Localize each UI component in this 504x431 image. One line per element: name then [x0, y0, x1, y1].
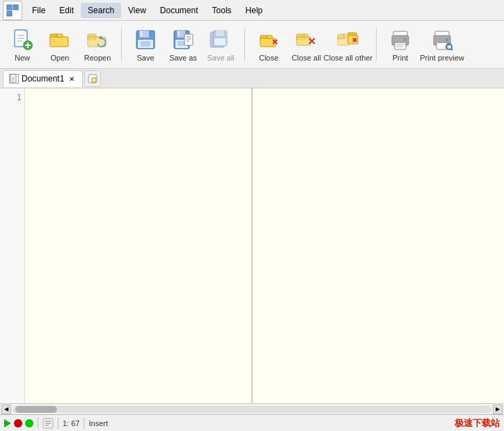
svg-rect-36: [214, 38, 226, 45]
toolbar-group-file: New Open Reopen: [4, 24, 116, 65]
toolbar-group-save: Save Save as: [127, 24, 239, 65]
status-sep-3: [84, 418, 84, 429]
tab-document1[interactable]: Document1 ✕: [3, 70, 83, 87]
macro-icon: [42, 418, 54, 429]
close-all-other-button[interactable]: Close all other: [326, 24, 370, 65]
reopen-button[interactable]: Reopen: [79, 24, 116, 65]
status-sep-1: [38, 418, 38, 429]
status-controls: [4, 419, 33, 428]
svg-rect-20: [141, 31, 143, 36]
svg-rect-27: [178, 41, 185, 46]
svg-point-57: [404, 38, 407, 41]
open-button[interactable]: Open: [42, 24, 78, 65]
svg-rect-22: [141, 41, 150, 47]
tab-bar: Document1 ✕: [0, 69, 504, 88]
print-preview-button[interactable]: Print preview: [420, 24, 464, 65]
app-icon: [3, 1, 22, 20]
svg-rect-51: [348, 36, 358, 44]
svg-rect-28: [184, 34, 193, 45]
new-button[interactable]: New: [4, 24, 40, 65]
svg-rect-49: [343, 34, 347, 36]
svg-rect-35: [216, 31, 224, 36]
svg-rect-56: [395, 42, 406, 49]
line-number-1: 1: [3, 93, 22, 102]
cursor-position: 1: 67: [63, 419, 79, 428]
svg-line-65: [451, 49, 452, 50]
menu-bar: File Edit Search View Document Tools Hel…: [0, 0, 504, 21]
toolbar-group-close: Close Close all: [251, 24, 370, 65]
svg-rect-25: [178, 31, 180, 36]
editor-text[interactable]: [25, 88, 251, 403]
toolbar-group-print: Print Print preview: [382, 24, 464, 65]
status-bar: 1: 67 Insert 极速下载站: [0, 414, 504, 431]
editor-container: 1: [0, 88, 504, 403]
menu-document[interactable]: Document: [153, 3, 205, 18]
toolbar-sep-3: [376, 28, 377, 61]
svg-rect-13: [50, 37, 68, 47]
svg-rect-2: [7, 11, 12, 16]
scroll-right-button[interactable]: ▶: [493, 405, 503, 414]
print-button[interactable]: Print: [382, 24, 418, 65]
svg-rect-1: [13, 5, 18, 10]
line-numbers: 1: [0, 88, 25, 403]
close-all-button[interactable]: Close all: [288, 24, 324, 65]
menu-help[interactable]: Help: [239, 3, 270, 18]
menu-tools[interactable]: Tools: [205, 3, 239, 18]
svg-rect-43: [297, 37, 310, 45]
editor-mode: Insert: [88, 419, 108, 428]
svg-rect-44: [304, 34, 308, 37]
svg-point-63: [446, 38, 448, 41]
toolbar: New Open Reopen: [0, 21, 504, 69]
tab-label: Document1: [22, 74, 64, 84]
document-icon: [9, 74, 19, 84]
stop-button[interactable]: [14, 419, 22, 428]
tab-close-button[interactable]: ✕: [67, 74, 77, 84]
svg-rect-24: [177, 31, 185, 38]
close-button[interactable]: Close: [251, 24, 287, 65]
h-scrollbar: ◀ ▶: [0, 403, 504, 414]
scroll-track[interactable]: [13, 406, 491, 413]
svg-rect-39: [267, 36, 272, 38]
scroll-thumb[interactable]: [15, 406, 57, 413]
watermark: 极速下载站: [455, 417, 500, 430]
menu-file[interactable]: File: [25, 3, 52, 18]
save-button[interactable]: Save: [127, 24, 164, 65]
svg-rect-14: [57, 34, 63, 37]
status-sep-2: [58, 418, 58, 429]
go-button[interactable]: [25, 419, 33, 428]
svg-rect-0: [7, 5, 12, 10]
play-button[interactable]: [4, 419, 11, 428]
editor-pane-right[interactable]: [252, 88, 504, 403]
new-tab-button[interactable]: [84, 70, 101, 87]
menu-items: File Edit Search View Document Tools Hel…: [25, 3, 269, 18]
editor-pane-left: 1: [0, 88, 251, 403]
menu-search[interactable]: Search: [81, 3, 121, 18]
toolbar-sep-1: [121, 28, 122, 61]
menu-view[interactable]: View: [121, 3, 153, 18]
toolbar-sep-2: [244, 28, 245, 61]
save-all-button[interactable]: Save all: [203, 24, 239, 65]
scroll-left-button[interactable]: ◀: [1, 405, 11, 414]
menu-edit[interactable]: Edit: [52, 3, 81, 18]
save-as-button[interactable]: Save as: [165, 24, 201, 65]
